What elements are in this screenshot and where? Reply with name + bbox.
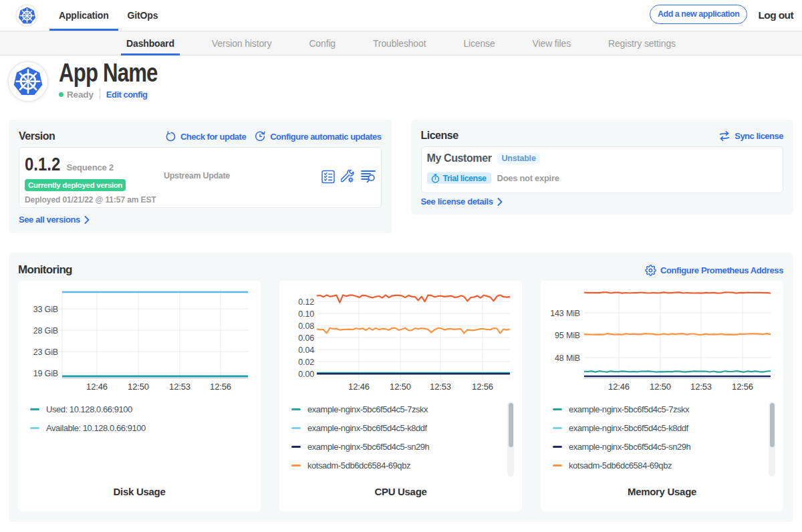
svg-text:0.06: 0.06 bbox=[298, 334, 314, 343]
svg-text:28 GiB: 28 GiB bbox=[33, 326, 58, 336]
svg-text:12:56: 12:56 bbox=[472, 382, 493, 392]
svg-text:0.00: 0.00 bbox=[298, 370, 314, 379]
svg-text:12:46: 12:46 bbox=[348, 382, 370, 392]
svg-text:0.08: 0.08 bbox=[298, 321, 314, 331]
svg-text:12:53: 12:53 bbox=[690, 382, 712, 392]
svg-text:23 GiB: 23 GiB bbox=[33, 348, 58, 357]
svg-text:19 GiB: 19 GiB bbox=[33, 369, 58, 378]
svg-text:48 MiB: 48 MiB bbox=[555, 354, 580, 363]
svg-text:12:56: 12:56 bbox=[732, 382, 753, 392]
svg-text:143 MiB: 143 MiB bbox=[550, 309, 580, 318]
svg-text:0.10: 0.10 bbox=[298, 309, 314, 319]
svg-text:12:46: 12:46 bbox=[608, 382, 630, 392]
svg-text:12:56: 12:56 bbox=[210, 382, 231, 392]
svg-text:12:50: 12:50 bbox=[390, 382, 411, 392]
svg-text:0.02: 0.02 bbox=[298, 358, 314, 367]
svg-text:0.12: 0.12 bbox=[298, 297, 314, 307]
svg-text:12:50: 12:50 bbox=[650, 382, 671, 392]
svg-text:12:53: 12:53 bbox=[430, 382, 451, 392]
svg-text:12:50: 12:50 bbox=[128, 382, 149, 392]
svg-text:0.04: 0.04 bbox=[298, 346, 314, 355]
svg-text:12:53: 12:53 bbox=[169, 382, 190, 392]
svg-text:12:46: 12:46 bbox=[86, 382, 108, 392]
svg-text:95 MiB: 95 MiB bbox=[555, 331, 580, 340]
svg-text:33 GiB: 33 GiB bbox=[33, 305, 58, 314]
